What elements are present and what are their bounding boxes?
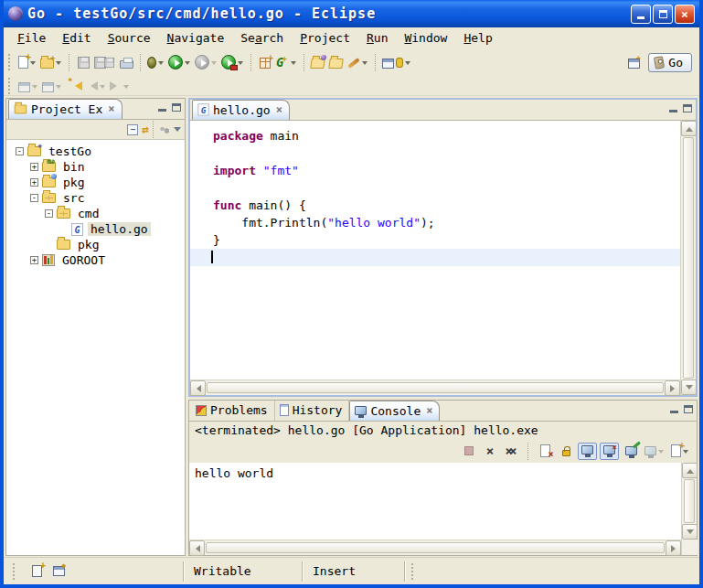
view-menu-icon[interactable] — [174, 127, 181, 135]
menu-file[interactable]: File — [9, 29, 54, 47]
minimize-editor-icon[interactable] — [669, 110, 677, 112]
show-stderr-toggle[interactable]: × — [600, 443, 619, 460]
menu-search[interactable]: Search — [232, 29, 292, 47]
title-bar[interactable]: Go - testGo/src/cmd/hello.go - Eclipse × — [4, 0, 699, 27]
menu-run[interactable]: Run — [358, 29, 396, 47]
expander-icon[interactable]: + — [30, 163, 38, 171]
debug-button[interactable] — [145, 51, 166, 73]
tab-project-explorer[interactable]: Project Ex × — [8, 99, 122, 119]
expander-icon[interactable]: - — [30, 194, 38, 202]
menu-source[interactable]: Source — [100, 29, 159, 47]
save-all-button[interactable] — [92, 51, 117, 73]
statusbar-grip[interactable] — [13, 563, 16, 580]
clear-console-button[interactable]: × — [536, 440, 554, 462]
new-go-element-button[interactable]: G+ — [274, 51, 299, 73]
tab-console[interactable]: Console × — [349, 401, 440, 421]
tab-history[interactable]: History — [275, 401, 350, 421]
forward-annotation-button[interactable] — [40, 75, 64, 97]
menu-window[interactable]: Window — [396, 29, 455, 47]
save-button[interactable] — [74, 51, 92, 73]
trim-annotation-icon[interactable]: ◆ — [53, 566, 65, 576]
maximize-console-icon[interactable] — [684, 405, 693, 413]
expander-icon[interactable]: + — [30, 178, 38, 187]
new-go-project-button[interactable]: + — [256, 51, 274, 73]
back-annotation-button[interactable] — [16, 75, 40, 97]
scroll-up-button[interactable] — [682, 463, 698, 478]
tree-node-bin[interactable]: + 010 bin — [10, 159, 185, 175]
open-console-button[interactable]: + — [669, 440, 691, 462]
external-tools-button[interactable] — [219, 51, 246, 73]
menu-help[interactable]: Help — [455, 29, 500, 47]
tree-node-pkg[interactable]: + pkg — [10, 175, 185, 190]
next-annotation-button[interactable] — [380, 51, 413, 73]
last-edit-location-button[interactable]: * — [64, 75, 84, 97]
minimize-view-icon[interactable] — [158, 109, 166, 112]
tree-node-testgo[interactable]: - ◈ testGo — [10, 144, 185, 159]
open-type-button[interactable] — [327, 51, 346, 73]
search-button[interactable] — [346, 51, 370, 73]
new-resource-button[interactable]: + — [38, 51, 64, 73]
scroll-up-button[interactable] — [681, 121, 697, 136]
scroll-right-button[interactable] — [665, 380, 680, 396]
back-button[interactable] — [84, 75, 108, 97]
scroll-lock-button[interactable] — [557, 440, 575, 462]
menu-edit[interactable]: Edit — [54, 29, 99, 47]
editor-vertical-scrollbar[interactable] — [680, 121, 696, 395]
scrollbar-thumb[interactable] — [683, 137, 694, 379]
scrollbar-thumb[interactable] — [684, 479, 695, 523]
expander-icon[interactable]: + — [30, 256, 38, 264]
tree-node-src-pkg[interactable]: pkg — [10, 237, 185, 252]
minimize-console-icon[interactable] — [670, 411, 678, 413]
toolbar-grip[interactable] — [8, 54, 12, 70]
show-stdout-toggle[interactable] — [578, 443, 597, 460]
scroll-right-button[interactable] — [666, 540, 681, 556]
console-vertical-scrollbar[interactable] — [681, 463, 697, 555]
scroll-down-button[interactable] — [681, 380, 697, 395]
run-button[interactable] — [166, 51, 193, 73]
scroll-down-button[interactable] — [682, 524, 698, 540]
maximize-button[interactable] — [653, 5, 673, 24]
scroll-left-button[interactable] — [189, 540, 205, 556]
scroll-left-button[interactable] — [190, 380, 206, 396]
tab-hello-go[interactable]: G hello.go × — [192, 100, 290, 120]
link-with-editor-icon[interactable]: ⇄ — [142, 123, 147, 136]
go-perspective-button[interactable]: Go — [648, 53, 692, 72]
tree-node-hello-go[interactable]: G hello.go — [10, 221, 185, 237]
fast-view-icon[interactable] — [32, 565, 42, 577]
close-button[interactable]: × — [675, 5, 695, 24]
tree-node-cmd[interactable]: - cmd — [10, 206, 185, 221]
expander-icon[interactable]: - — [16, 147, 24, 155]
pin-console-button[interactable] — [622, 440, 640, 462]
run-history-button[interactable] — [193, 51, 219, 73]
remove-all-terminated-button[interactable]: ×× — [502, 440, 520, 462]
collapse-all-icon[interactable]: − — [127, 124, 138, 135]
toolbar-grip[interactable] — [8, 78, 12, 94]
console-output[interactable]: hello world — [189, 463, 681, 540]
close-view-icon[interactable]: × — [108, 102, 114, 115]
print-button[interactable] — [117, 51, 135, 73]
view-filter-icon[interactable] — [159, 125, 170, 134]
menu-project[interactable]: Project — [292, 29, 358, 47]
minimize-button[interactable] — [631, 5, 651, 24]
close-console-icon[interactable]: × — [426, 404, 432, 417]
statusbar-grip[interactable] — [411, 563, 415, 580]
tree-node-src[interactable]: - src — [10, 190, 185, 206]
scrollbar-thumb[interactable] — [207, 382, 664, 393]
console-horizontal-scrollbar[interactable] — [189, 540, 681, 555]
maximize-editor-icon[interactable] — [683, 104, 692, 112]
scrollbar-thumb[interactable] — [206, 542, 665, 553]
tree-node-goroot[interactable]: + GOROOT — [10, 252, 185, 268]
new-wizard-button[interactable]: + — [16, 51, 38, 73]
forward-button[interactable] — [108, 75, 132, 97]
remove-launch-button[interactable]: × — [481, 440, 499, 462]
code-editor[interactable]: package main import "fmt" func main() { … — [190, 121, 680, 380]
editor-horizontal-scrollbar[interactable] — [190, 380, 680, 395]
tab-problems[interactable]: Problems — [191, 401, 275, 421]
open-perspective-button[interactable]: + — [624, 51, 643, 73]
menu-navigate[interactable]: Navigate — [159, 29, 233, 47]
expander-icon[interactable]: - — [45, 209, 53, 218]
terminate-button[interactable] — [460, 440, 478, 462]
maximize-view-icon[interactable] — [172, 103, 181, 112]
display-selected-console-button[interactable] — [643, 440, 666, 462]
open-resource-button[interactable] — [309, 51, 327, 73]
